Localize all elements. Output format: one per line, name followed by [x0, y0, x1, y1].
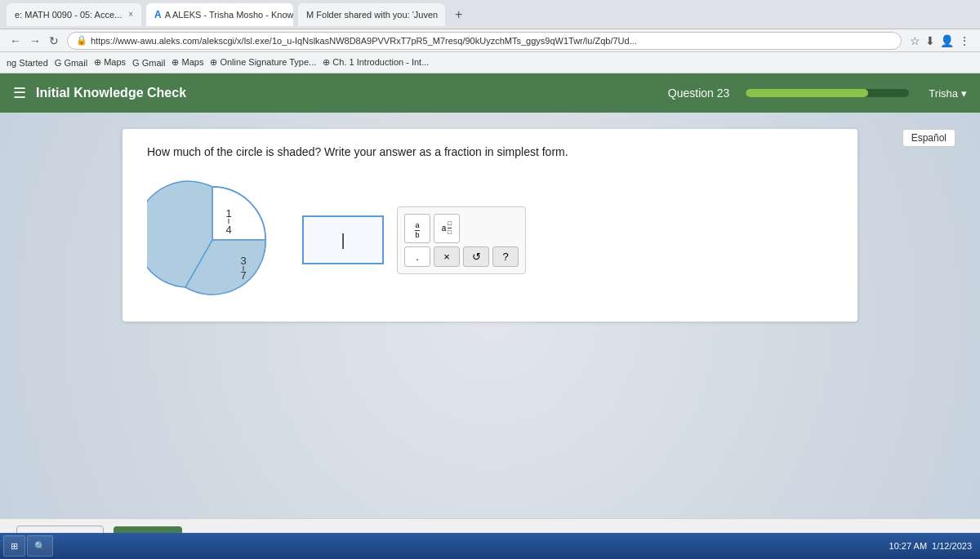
- question-content: 1 4 3 7 |: [147, 175, 833, 305]
- download-icon[interactable]: ⬇: [925, 34, 935, 47]
- bookmark-online-sig[interactable]: ⊕ Online Signature Type...: [210, 57, 316, 68]
- back-button[interactable]: ←: [10, 34, 21, 47]
- help-button[interactable]: ?: [492, 246, 519, 267]
- tab-aleks-label: A ALEKS - Trisha Mosho - Knowle: [165, 10, 293, 20]
- tab-folder[interactable]: M Folder shared with you: 'Juven ×: [298, 3, 445, 26]
- browser-chrome: e: MATH 0090 - 05: Acce... × A A ALEKS -…: [0, 0, 980, 73]
- taskbar-search[interactable]: 🔍: [27, 535, 53, 557]
- user-name: Trisha: [929, 87, 958, 100]
- clear-button[interactable]: ×: [434, 246, 460, 267]
- keyboard-row-1: a b a □ □: [404, 214, 519, 243]
- tab-math-close[interactable]: ×: [128, 10, 133, 19]
- bookmark-ch1[interactable]: ⊕ Ch. 1 Introduction - Int...: [323, 57, 429, 68]
- forward-button[interactable]: →: [29, 34, 41, 47]
- math-keyboard: a b a □ □: [397, 206, 526, 274]
- reload-button[interactable]: ↻: [49, 34, 59, 47]
- start-button[interactable]: ⊞: [3, 535, 25, 557]
- tab-math[interactable]: e: MATH 0090 - 05: Acce... ×: [7, 3, 141, 26]
- account-icon[interactable]: 👤: [940, 34, 954, 47]
- fraction-button[interactable]: a b: [404, 214, 430, 243]
- question-number-label: Question 23: [668, 87, 730, 100]
- slice-label-1-denom: 4: [225, 224, 231, 236]
- keyboard-row-2: . × ↺ ?: [404, 246, 519, 267]
- aleks-app: ☰ Initial Knowledge Check Question 23 Tr…: [0, 73, 980, 559]
- fraction-cursor: |: [341, 231, 345, 250]
- lock-icon: 🔒: [76, 35, 87, 46]
- bookmark-gmail2[interactable]: G Gmail: [132, 58, 165, 68]
- bookmark-maps2[interactable]: ⊕ Maps: [172, 57, 203, 68]
- aleks-nav-title: Initial Knowledge Check: [36, 86, 658, 100]
- undo-button[interactable]: ↺: [463, 246, 489, 267]
- question-box: How much of the circle is shaded? Write …: [122, 129, 858, 322]
- espanol-button[interactable]: Español: [902, 129, 956, 147]
- user-menu[interactable]: Trisha ▾: [929, 87, 967, 100]
- bookmark-icon[interactable]: ☆: [910, 34, 920, 47]
- bookmark-maps1[interactable]: ⊕ Maps: [94, 57, 126, 68]
- bookmarks-bar: ng Started G Gmail ⊕ Maps G Gmail ⊕ Maps…: [0, 52, 980, 73]
- circle-diagram: 1 4 3 7: [147, 175, 278, 305]
- decimal-button[interactable]: .: [404, 246, 430, 267]
- slice-label-1: 1: [225, 207, 231, 220]
- taskbar-time: 10:27 AM: [889, 541, 927, 551]
- address-bar: ← → ↻ 🔒 https://www-awu.aleks.com/aleksc…: [0, 29, 980, 52]
- unshaded-slice: [212, 187, 265, 240]
- slice-label-2-denom: 7: [240, 269, 246, 282]
- bookmark-gmail1[interactable]: G Gmail: [55, 58, 87, 68]
- tab-math-label: e: MATH 0090 - 05: Acce...: [15, 10, 122, 20]
- browser-actions: ☆ ⬇ 👤 ⋮: [910, 34, 970, 47]
- question-progress-bar: [746, 89, 909, 97]
- user-chevron-icon: ▾: [961, 87, 967, 100]
- aleks-nav: ☰ Initial Knowledge Check Question 23 Tr…: [0, 73, 980, 113]
- menu-icon[interactable]: ⋮: [959, 34, 970, 47]
- tab-aleks[interactable]: A A ALEKS - Trisha Mosho - Knowle ×: [146, 3, 293, 26]
- taskbar-date: 1/12/2023: [932, 541, 972, 551]
- answer-section: | a b: [302, 206, 833, 274]
- bookmark-started[interactable]: ng Started: [7, 58, 48, 68]
- taskbar-right: 10:27 AM 1/12/2023: [889, 541, 977, 551]
- taskbar: ⊞ 🔍 10:27 AM 1/12/2023: [0, 533, 980, 559]
- mixed-number-button[interactable]: a □ □: [434, 214, 460, 243]
- tab-folder-close[interactable]: ×: [444, 10, 445, 19]
- tab-folder-label: M Folder shared with you: 'Juven: [306, 10, 438, 20]
- content-area: Español How much of the circle is shaded…: [0, 113, 980, 518]
- question-text: How much of the circle is shaded? Write …: [147, 145, 833, 158]
- aleks-icon: A: [154, 9, 162, 20]
- fraction-input-box[interactable]: |: [302, 215, 384, 264]
- slice-label-2: 3: [240, 255, 246, 267]
- url-text: https://www-awu.aleks.com/alekscgi/x/lsl…: [91, 36, 637, 46]
- windows-icon: ⊞: [11, 541, 18, 552]
- question-progress-fill: [746, 89, 868, 97]
- new-tab-button[interactable]: +: [450, 7, 467, 22]
- hamburger-icon[interactable]: ☰: [13, 84, 26, 102]
- circle-svg: 1 4 3 7: [147, 175, 278, 305]
- url-bar[interactable]: 🔒 https://www-awu.aleks.com/alekscgi/x/l…: [67, 32, 902, 50]
- tab-bar: e: MATH 0090 - 05: Acce... × A A ALEKS -…: [0, 0, 980, 29]
